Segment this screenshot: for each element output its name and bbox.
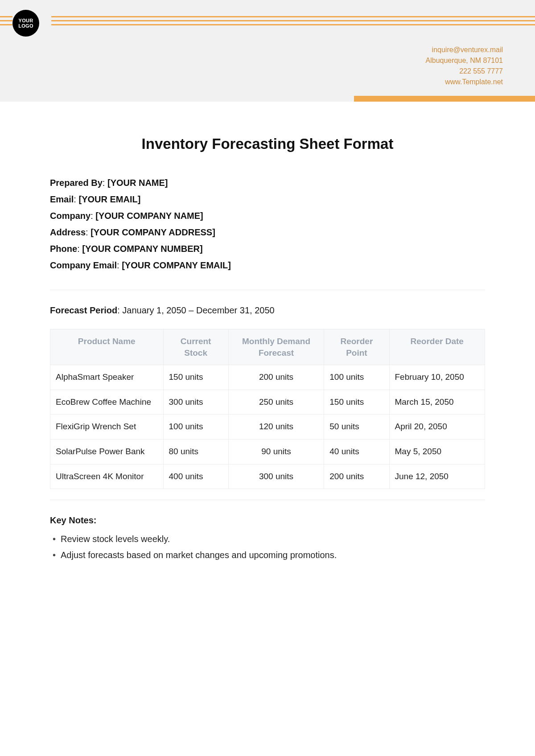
col-stock: Current Stock [163,329,228,365]
cell-demand: 250 units [228,390,324,415]
document-title: Inventory Forecasting Sheet Format [50,136,485,152]
cell-date: April 20, 2050 [389,415,485,440]
cell-product: SolarPulse Power Bank [50,440,164,464]
table-row: UltraScreen 4K Monitor 400 units 300 uni… [50,464,485,489]
cell-reorder: 40 units [324,440,389,464]
list-item: Review stock levels weekly. [53,531,485,547]
meta-value: [YOUR COMPANY ADDRESS] [91,227,215,237]
logo-text-line2: LOGO [18,23,33,29]
notes-block: Key Notes: Review stock levels weekly. A… [50,515,485,563]
meta-value: [YOUR COMPANY NAME] [95,211,203,221]
cell-stock: 300 units [163,390,228,415]
col-demand: Monthly Demand Forecast [228,329,324,365]
cell-demand: 200 units [228,365,324,390]
cell-stock: 400 units [163,464,228,489]
cell-product: AlphaSmart Speaker [50,365,164,390]
col-date: Reorder Date [389,329,485,365]
table-body: AlphaSmart Speaker 150 units 200 units 1… [50,365,485,489]
cell-stock: 100 units [163,415,228,440]
notes-title-text: Key Notes [50,515,94,525]
cell-date: May 5, 2050 [389,440,485,464]
list-item: Adjust forecasts based on market changes… [53,547,485,563]
meta-label: Company Email [50,260,117,270]
document-content: Inventory Forecasting Sheet Format Prepa… [0,102,535,563]
logo-text-line1: YOUR [19,18,33,23]
cell-demand: 90 units [228,440,324,464]
contact-address: Albuquerque, NM 87101 [426,55,503,66]
col-product: Product Name [50,329,164,365]
period-value: January 1, 2050 – December 31, 2050 [122,305,274,315]
cell-reorder: 150 units [324,390,389,415]
cell-product: UltraScreen 4K Monitor [50,464,164,489]
meta-address: Address: [YOUR COMPANY ADDRESS] [50,224,485,241]
cell-date: March 15, 2050 [389,390,485,415]
table-row: SolarPulse Power Bank 80 units 90 units … [50,440,485,464]
meta-value: [YOUR COMPANY EMAIL] [122,260,231,270]
meta-label: Phone [50,244,77,254]
forecast-table: Product Name Current Stock Monthly Deman… [50,329,485,489]
meta-company: Company: [YOUR COMPANY NAME] [50,208,485,224]
table-header-row: Product Name Current Stock Monthly Deman… [50,329,485,365]
table-row: AlphaSmart Speaker 150 units 200 units 1… [50,365,485,390]
cell-product: EcoBrew Coffee Machine [50,390,164,415]
cell-date: June 12, 2050 [389,464,485,489]
divider [50,500,485,500]
cell-reorder: 200 units [324,464,389,489]
meta-list: Prepared By: [YOUR NAME] Email: [YOUR EM… [50,175,485,274]
accent-bar [354,96,535,102]
cell-demand: 120 units [228,415,324,440]
header-band: YOUR LOGO inquire@venturex.mail Albuquer… [0,0,535,102]
cell-reorder: 100 units [324,365,389,390]
meta-label: Email [50,194,74,204]
meta-company-email: Company Email: [YOUR COMPANY EMAIL] [50,257,485,274]
contact-phone: 222 555 7777 [426,66,503,77]
contact-email: inquire@venturex.mail [426,45,503,55]
meta-phone: Phone: [YOUR COMPANY NUMBER] [50,241,485,257]
forecast-period: Forecast Period: January 1, 2050 – Decem… [50,305,485,316]
table-row: FlexiGrip Wrench Set 100 units 120 units… [50,415,485,440]
meta-label: Prepared By [50,178,103,188]
cell-reorder: 50 units [324,415,389,440]
meta-email: Email: [YOUR EMAIL] [50,191,485,208]
meta-value: [YOUR EMAIL] [78,194,140,204]
meta-label: Company [50,211,91,221]
meta-value: [YOUR NAME] [107,178,168,188]
notes-list: Review stock levels weekly. Adjust forec… [50,531,485,563]
cell-demand: 300 units [228,464,324,489]
cell-product: FlexiGrip Wrench Set [50,415,164,440]
contact-website: www.Template.net [426,77,503,87]
contact-block: inquire@venturex.mail Albuquerque, NM 87… [426,45,503,87]
cell-stock: 80 units [163,440,228,464]
divider [50,290,485,290]
cell-date: February 10, 2050 [389,365,485,390]
meta-label: Address [50,227,86,237]
cell-stock: 150 units [163,365,228,390]
meta-value: [YOUR COMPANY NUMBER] [82,244,202,254]
period-label: Forecast Period [50,305,117,315]
logo-placeholder: YOUR LOGO [12,10,39,37]
table-row: EcoBrew Coffee Machine 300 units 250 uni… [50,390,485,415]
meta-prepared-by: Prepared By: [YOUR NAME] [50,175,485,191]
notes-title: Key Notes: [50,515,485,526]
col-reorder: Reorder Point [324,329,389,365]
